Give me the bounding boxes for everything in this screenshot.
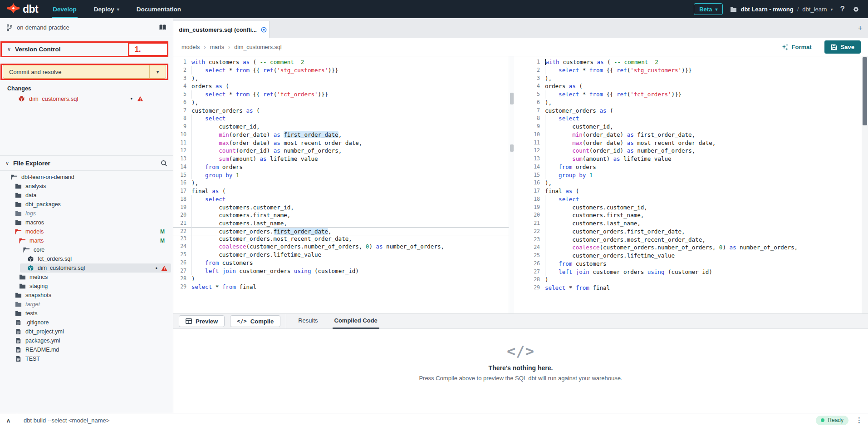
nav-deploy[interactable]: Deploy▾ — [93, 0, 120, 18]
tab-results[interactable]: Results — [296, 313, 319, 329]
commit-and-resolve-button[interactable]: Commit and resolve ▾ — [3, 65, 166, 79]
code-line-16[interactable]: 16), — [173, 179, 509, 187]
scrollbar-thumb[interactable] — [510, 93, 514, 104]
dbt-logo[interactable]: dbt — [0, 0, 52, 18]
code-line-4[interactable]: 4orders as ( — [524, 82, 862, 90]
tree-item-target[interactable]: target — [0, 300, 173, 309]
code-line-3[interactable]: 3), — [524, 74, 862, 83]
tree-item-models[interactable]: modelsM — [0, 227, 173, 236]
code-line-23[interactable]: 23 customer_orders.most_recent_order_dat… — [524, 236, 862, 244]
code-line-20[interactable]: 20 customers.first_name, — [173, 211, 509, 219]
command-input[interactable]: dbt build --select <model_name> — [24, 417, 816, 424]
code-line-11[interactable]: 11 max(order_date) as most_recent_order_… — [524, 139, 862, 147]
code-line-27[interactable]: 27 left join customer_orders using (cust… — [524, 268, 862, 276]
code-line-20[interactable]: 20 customers.first_name, — [524, 211, 862, 219]
save-button[interactable]: Save — [824, 40, 861, 54]
nav-documentation[interactable]: Documentation — [136, 0, 182, 18]
code-line-26[interactable]: 26 from customers — [524, 260, 862, 268]
tree-item-test[interactable]: TEST — [0, 354, 173, 363]
code-line-2[interactable]: 2 select * from {{ ref('stg_customers')}… — [524, 66, 862, 74]
code-line-10[interactable]: 10 min(order_date) as first_order_date, — [173, 131, 509, 139]
left-pane-scrollbar[interactable] — [509, 56, 514, 313]
scrollbar-thumb[interactable] — [510, 144, 514, 152]
tree-item-data[interactable]: data — [0, 191, 173, 200]
code-line-21[interactable]: 21 customers.last_name, — [173, 219, 509, 228]
code-line-7[interactable]: 7customer_orders as ( — [173, 107, 509, 115]
breadcrumb-item[interactable]: dim_customers.sql — [234, 44, 281, 50]
right-pane-scrollbar[interactable] — [862, 56, 868, 313]
compile-button[interactable]: </> Compile — [230, 315, 280, 327]
code-line-23[interactable]: 23 customer_orders.most_recent_order_dat… — [173, 235, 509, 243]
code-line-29[interactable]: 29select * from final — [524, 284, 862, 292]
code-line-15[interactable]: 15 group by 1 — [524, 171, 862, 179]
docs-book-icon[interactable] — [159, 24, 167, 31]
file-explorer-section-header[interactable]: ∨ File Explorer — [0, 155, 173, 171]
code-line-21[interactable]: 21 customers.last_name, — [524, 219, 862, 228]
editor-pane-left[interactable]: 1with customers as ( -- comment 22 selec… — [173, 56, 509, 313]
code-line-25[interactable]: 25 customer_orders.lifetime_value — [524, 252, 862, 260]
code-line-24[interactable]: 24 coalesce(customer_orders.number_of_or… — [524, 243, 862, 252]
help-button[interactable]: ? — [840, 5, 845, 14]
code-line-8[interactable]: 8 select — [173, 114, 509, 123]
settings-gear-button[interactable] — [852, 5, 860, 13]
code-line-16[interactable]: 16), — [524, 179, 862, 187]
code-line-10[interactable]: 10 min(order_date) as first_order_date, — [524, 131, 862, 139]
code-line-14[interactable]: 14 from orders — [524, 163, 862, 171]
code-line-24[interactable]: 24 coalesce(customer_orders.number_of_or… — [173, 243, 509, 251]
tree-item-snapshots[interactable]: snapshots — [0, 291, 173, 300]
scrollbar-thumb[interactable] — [863, 57, 867, 125]
code-line-18[interactable]: 18 select — [173, 195, 509, 204]
code-line-27[interactable]: 27 left join customer_orders using (cust… — [173, 267, 509, 275]
beta-dropdown[interactable]: Beta▾ — [694, 3, 723, 15]
code-line-13[interactable]: 13 sum(amount) as lifetime_value — [524, 155, 862, 163]
code-line-8[interactable]: 8 select — [524, 114, 862, 123]
code-line-13[interactable]: 13 sum(amount) as lifetime_value — [173, 155, 509, 163]
code-line-7[interactable]: 7customer_orders as ( — [524, 107, 862, 115]
code-line-19[interactable]: 19 customers.customer_id, — [173, 204, 509, 212]
code-line-18[interactable]: 18 select — [524, 195, 862, 204]
code-line-28[interactable]: 28) — [524, 276, 862, 284]
new-tab-plus-icon[interactable]: + — [858, 24, 863, 33]
code-line-6[interactable]: 6), — [524, 99, 862, 107]
code-line-3[interactable]: 3), — [173, 74, 509, 83]
code-line-9[interactable]: 9 customer_id, — [524, 123, 862, 131]
code-line-25[interactable]: 25 customer_orders.lifetime_value — [173, 251, 509, 259]
code-line-17[interactable]: 17final as ( — [524, 187, 862, 195]
editor-pane-right[interactable]: 1with customers as ( -- comment 22 selec… — [524, 56, 862, 313]
code-line-29[interactable]: 29select * from final — [173, 283, 509, 291]
git-branch-selector[interactable]: on-demand-practice — [0, 18, 173, 37]
tree-item-staging[interactable]: staging — [0, 282, 173, 291]
changed-file-item[interactable]: dim_customers.sql• — [0, 94, 173, 104]
code-line-4[interactable]: 4orders as ( — [173, 82, 509, 90]
code-line-11[interactable]: 11 max(order_date) as most_recent_order_… — [173, 139, 509, 147]
code-line-22[interactable]: 22 customer_orders.first_order_date, — [173, 227, 509, 235]
tree-item-macros[interactable]: macros — [0, 218, 173, 227]
code-line-2[interactable]: 2 select * from {{ ref('stg_customers')}… — [173, 66, 509, 74]
code-line-9[interactable]: 9 customer_id, — [173, 123, 509, 131]
tree-item-marts[interactable]: martsM — [0, 236, 173, 245]
tree-item-packages-yml[interactable]: packages.yml — [0, 336, 173, 345]
account-breadcrumb[interactable]: dbt Learn - mwong / dbt_learn ▾ — [730, 6, 833, 13]
nav-develop[interactable]: Develop — [52, 0, 78, 18]
tree-item-fct-orders-sql[interactable]: fct_orders.sql — [0, 254, 173, 263]
kebab-menu-icon[interactable]: ⋮ — [856, 416, 863, 424]
code-line-28[interactable]: 28) — [173, 275, 509, 283]
tree-item-analysis[interactable]: analysis — [0, 182, 173, 191]
code-line-15[interactable]: 15 group by 1 — [173, 171, 509, 179]
commit-dropdown-chevron[interactable]: ▾ — [149, 65, 166, 78]
code-line-5[interactable]: 5 select * from {{ ref('fct_orders')}} — [524, 90, 862, 99]
code-line-5[interactable]: 5 select * from {{ ref('fct_orders')}} — [173, 90, 509, 99]
tree-item-dim-customers-sql[interactable]: dim_customers.sql• — [20, 263, 171, 273]
tree-item-metrics[interactable]: metrics — [0, 273, 173, 282]
tree-item-core[interactable]: core — [0, 245, 173, 254]
tree-item-dbt-learn-on-demand[interactable]: dbt-learn-on-demand — [0, 173, 173, 182]
code-line-22[interactable]: 22 customer_orders.first_order_date, — [524, 228, 862, 236]
expand-chevron-up-icon[interactable]: ∧ — [0, 413, 17, 427]
search-icon[interactable] — [161, 160, 167, 167]
tab-compiled-code[interactable]: Compiled Code — [333, 313, 379, 329]
preview-button[interactable]: Preview — [179, 315, 225, 327]
breadcrumb-item[interactable]: models — [181, 44, 200, 50]
tab-dim-customers[interactable]: dim_customers.sql (confli... — [173, 21, 270, 38]
tree-item-readme-md[interactable]: README.md — [0, 345, 173, 354]
code-line-12[interactable]: 12 count(order_id) as number_of_orders, — [173, 147, 509, 155]
